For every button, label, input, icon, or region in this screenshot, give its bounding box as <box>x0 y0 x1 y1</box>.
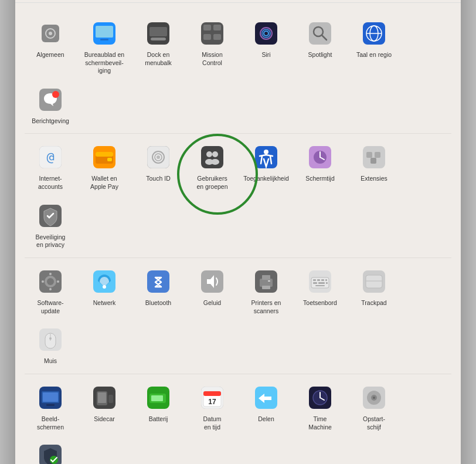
toegankelijkheid-icon <box>251 142 281 172</box>
opstart-label: Opstart-schijf <box>363 415 385 431</box>
svg-rect-56 <box>370 158 376 164</box>
internet-icon: @ <box>35 142 66 172</box>
touch-icon <box>143 142 174 172</box>
pref-row-0: AlgemeenBureaublad enschermbeveil­igingD… <box>25 10 451 134</box>
svg-point-61 <box>49 273 52 275</box>
svg-point-48 <box>264 150 268 154</box>
berichtgeving-label: Berichtgeving <box>32 117 69 126</box>
pref-item-beeld[interactable]: Beeld-schermen <box>25 379 76 435</box>
siri-icon <box>251 18 281 49</box>
pref-item-mission[interactable]: MissionControl <box>186 15 238 70</box>
bureaublad-icon <box>89 18 120 49</box>
printers-icon <box>251 266 281 297</box>
pref-item-batterij[interactable]: Batterij <box>132 379 184 427</box>
svg-rect-78 <box>321 279 324 281</box>
dock-icon <box>143 18 174 49</box>
geluid-label: Geluid <box>203 299 221 307</box>
svg-text:@: @ <box>46 150 54 164</box>
pref-item-toetsenbord[interactable]: Toetsen­bord <box>294 263 346 311</box>
pref-item-taal[interactable]: Taal en regio <box>348 15 400 63</box>
pref-row-2: Software-updateNetwerkBluetoothGeluidPri… <box>25 258 451 374</box>
svg-rect-18 <box>213 34 221 40</box>
pref-item-datum[interactable]: 17Datumen tijd <box>186 379 238 435</box>
pref-item-muis[interactable]: Muis <box>25 321 76 369</box>
svg-rect-72 <box>262 286 270 289</box>
pref-item-berichtgeving[interactable]: Berichtgeving <box>25 81 76 129</box>
pref-item-delen[interactable]: Delen <box>240 379 292 427</box>
svg-rect-12 <box>149 27 167 36</box>
profielen-icon <box>35 441 66 464</box>
svg-rect-23 <box>309 22 331 45</box>
pref-item-time[interactable]: TimeMachine <box>294 379 346 435</box>
pref-item-printers[interactable]: Printers enscanners <box>240 263 292 319</box>
delen-icon <box>251 382 281 413</box>
svg-rect-16 <box>213 25 221 31</box>
pref-item-gebruikers[interactable]: Gebruikersen groepen <box>186 138 238 194</box>
pref-item-internet[interactable]: @Internet-accounts <box>25 138 76 194</box>
pref-item-opstart[interactable]: Opstart-schijf <box>348 379 400 435</box>
svg-rect-19 <box>255 22 277 45</box>
svg-rect-76 <box>313 279 316 281</box>
svg-rect-93 <box>46 404 55 406</box>
schermtijd-icon <box>305 142 335 172</box>
svg-rect-71 <box>262 275 270 280</box>
pref-item-beveiliging[interactable]: Beveiligingen privacy <box>25 197 76 253</box>
svg-rect-83 <box>315 285 325 286</box>
pref-item-algemeen[interactable]: Algemeen <box>25 15 76 63</box>
svg-point-115 <box>373 397 375 399</box>
svg-point-41 <box>157 155 160 159</box>
svg-rect-9 <box>96 26 113 38</box>
svg-point-44 <box>212 151 218 157</box>
berichtgeving-icon <box>35 84 66 115</box>
extensies-label: Extensies <box>361 175 387 183</box>
svg-point-62 <box>49 288 52 290</box>
pref-row-1: @Internet-accountsWallet enApple PayTouc… <box>25 134 451 258</box>
extensies-icon <box>359 142 389 172</box>
pref-item-trackpad[interactable]: Trackpad <box>348 263 400 311</box>
pref-item-touch[interactable]: Touch ID <box>132 138 184 187</box>
opstart-icon <box>359 382 389 413</box>
svg-point-43 <box>206 151 212 157</box>
pref-item-schermtijd[interactable]: Schermtijd <box>294 138 346 187</box>
pref-item-spotlight[interactable]: Spotlight <box>294 15 346 63</box>
wallet-icon <box>89 142 120 172</box>
datum-label: Datumen tijd <box>203 415 222 431</box>
svg-rect-42 <box>201 146 223 168</box>
pref-item-sidecar[interactable]: Sidecar <box>79 379 130 427</box>
svg-rect-70 <box>260 279 273 287</box>
touch-label: Touch ID <box>146 175 170 183</box>
pref-item-profielen[interactable]: Profielen <box>25 437 76 464</box>
bluetooth-icon <box>143 266 174 297</box>
gebruikers-icon <box>197 142 227 172</box>
svg-point-63 <box>42 280 44 283</box>
algemeen-label: Algemeen <box>36 51 64 59</box>
pref-item-wallet[interactable]: Wallet enApple Pay <box>79 138 130 194</box>
svg-rect-79 <box>325 279 327 281</box>
preferences-grid: AlgemeenBureaublad enschermbeveil­igingD… <box>15 3 461 464</box>
svg-rect-36 <box>96 152 113 157</box>
batterij-label: Batterij <box>149 415 168 424</box>
pref-item-bluetooth[interactable]: Bluetooth <box>132 263 184 311</box>
pref-item-software[interactable]: Software-update <box>25 263 76 319</box>
software-label: Software-update <box>38 299 64 315</box>
beeld-icon <box>35 382 66 413</box>
svg-rect-85 <box>366 275 382 288</box>
svg-rect-73 <box>268 280 270 282</box>
svg-rect-102 <box>151 395 163 401</box>
pref-item-toegankelijkheid[interactable]: Toeganke­lijkheid <box>240 138 292 187</box>
svg-rect-82 <box>326 282 328 284</box>
pref-item-geluid[interactable]: Geluid <box>186 263 238 311</box>
svg-rect-80 <box>313 282 317 284</box>
pref-item-bureaublad[interactable]: Bureaublad enschermbeveil­iging <box>79 15 130 79</box>
taal-label: Taal en regio <box>356 51 392 59</box>
pref-item-netwerk[interactable]: Netwerk <box>79 263 130 311</box>
svg-rect-17 <box>203 34 211 40</box>
printers-label: Printers enscanners <box>251 299 281 315</box>
pref-item-dock[interactable]: Dock enmenubalk <box>132 15 184 70</box>
svg-point-7 <box>49 32 52 35</box>
dock-label: Dock enmenubalk <box>145 51 172 67</box>
delen-label: Delen <box>258 415 274 424</box>
pref-item-siri[interactable]: Siri <box>240 15 292 63</box>
pref-item-extensies[interactable]: Extensies <box>348 138 400 187</box>
svg-point-90 <box>49 337 52 340</box>
